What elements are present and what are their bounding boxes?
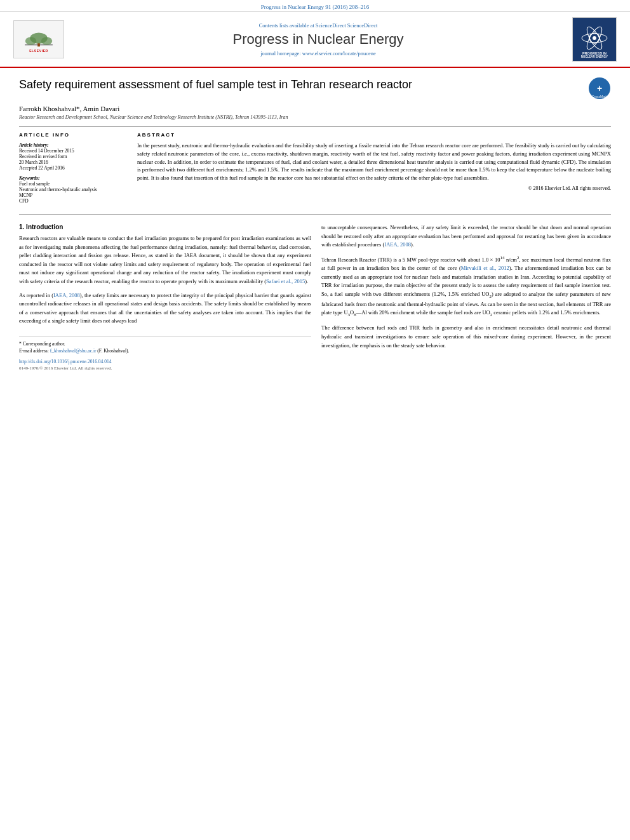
svg-rect-4: [37, 43, 40, 46]
right-paragraph-2: Tehran Research Reactor (TRR) is a 5 MW …: [321, 255, 611, 319]
section-1-heading: 1. Introduction: [19, 223, 311, 230]
pne-logo-container: PROGRESS IN NUCLEAR ENERGY: [569, 17, 620, 62]
abstract-text: In the present study, neutronic and ther…: [137, 142, 611, 182]
main-content: Safety requirement assessment of fuel sa…: [0, 68, 630, 377]
abstract-heading: ABSTRACT: [137, 132, 611, 138]
crossmark-icon: + CrossMark: [588, 77, 611, 100]
doi-link: http://dx.doi.org/10.1016/j.pnucene.2016…: [19, 359, 111, 364]
doi-section: http://dx.doi.org/10.1016/j.pnucene.2016…: [19, 358, 311, 364]
journal-citation-text: Progress in Nuclear Energy 91 (2016) 208…: [261, 4, 369, 10]
keyword-4: CFD: [19, 198, 127, 204]
keyword-3: MCNP: [19, 192, 127, 198]
journal-homepage: journal homepage: www.elsevier.com/locat…: [74, 50, 563, 57]
article-info-heading: ARTICLE INFO: [19, 132, 127, 138]
abstract-panel: ABSTRACT In the present study, neutronic…: [137, 132, 611, 208]
journal-center: Contents lists available at ScienceDirec…: [74, 22, 563, 57]
footnote-email: E-mail address: f_khoshahval@shu.ac.ir (…: [19, 347, 311, 354]
revised-label: Received in revised form: [19, 154, 127, 159]
footnote-section: * Corresponding author. E-mail address: …: [19, 336, 311, 371]
article-history: Article history: Received 14 December 20…: [19, 142, 127, 171]
divider-2: [19, 214, 611, 215]
body-left-column: 1. Introduction Research reactors are va…: [19, 223, 311, 371]
intro-paragraph-2: As reported in (IAEA, 2008), the safety …: [19, 291, 311, 326]
affiliation: Reactor Research and Development School,…: [19, 114, 611, 120]
accepted-date: Accepted 22 April 2016: [19, 165, 127, 171]
elsevier-tree-icon: ELSEVIER: [23, 31, 55, 55]
body-right-column: to unacceptable consequences. Neverthele…: [321, 223, 611, 371]
keywords-section: Keywords: Fuel rod sample Neutronic and …: [19, 175, 127, 204]
keyword-2: Neutronic and thermo-hydraulic analysis: [19, 187, 127, 192]
article-title: Safety requirement assessment of fuel sa…: [19, 77, 582, 93]
copyright-text: © 2016 Elsevier Ltd. All rights reserved…: [137, 185, 611, 192]
elsevier-logo-container: ELSEVIER: [10, 20, 67, 58]
right-paragraph-3: The difference between fuel rods and TRR…: [321, 324, 611, 350]
authors: Farrokh Khoshahval*, Amin Davari: [19, 105, 611, 112]
received-date: Received 14 December 2015: [19, 148, 127, 154]
history-label: Article history:: [19, 142, 48, 148]
elsevier-logo: ELSEVIER: [13, 20, 64, 58]
footnote-corresponding: * Corresponding author.: [19, 340, 311, 347]
divider-1: [19, 126, 611, 127]
article-info-panel: ARTICLE INFO Article history: Received 1…: [19, 132, 127, 208]
article-info-abstract: ARTICLE INFO Article history: Received 1…: [19, 132, 611, 208]
intro-paragraph-1: Research reactors are valuable means to …: [19, 234, 311, 286]
svg-point-11: [593, 36, 596, 40]
journal-title: Progress in Nuclear Energy: [74, 31, 563, 48]
journal-citation: Progress in Nuclear Energy 91 (2016) 208…: [0, 0, 630, 12]
pne-logo-icon: PROGRESS IN NUCLEAR ENERGY: [575, 20, 613, 58]
keyword-1: Fuel rod sample: [19, 181, 127, 187]
svg-point-3: [41, 37, 53, 45]
article-title-section: Safety requirement assessment of fuel sa…: [19, 77, 611, 100]
keywords-label: Keywords:: [19, 175, 40, 181]
svg-text:CrossMark: CrossMark: [592, 95, 608, 98]
svg-point-2: [25, 37, 37, 45]
svg-text:NUCLEAR ENERGY: NUCLEAR ENERGY: [581, 55, 608, 58]
pne-logo: PROGRESS IN NUCLEAR ENERGY: [572, 17, 617, 62]
journal-header: ELSEVIER Contents lists available at Sci…: [0, 12, 630, 68]
revised-date: 20 March 2016: [19, 159, 127, 165]
right-paragraph-1: to unacceptable consequences. Neverthele…: [321, 223, 611, 250]
body-content: 1. Introduction Research reactors are va…: [19, 223, 611, 371]
svg-text:ELSEVIER: ELSEVIER: [29, 49, 48, 53]
sciencedirect-text: Contents lists available at ScienceDirec…: [74, 22, 563, 29]
crossmark-logo: + CrossMark: [588, 77, 611, 100]
svg-text:+: +: [597, 83, 602, 93]
issn-text: 0149-1970/© 2016 Elsevier Ltd. All right…: [19, 364, 311, 371]
